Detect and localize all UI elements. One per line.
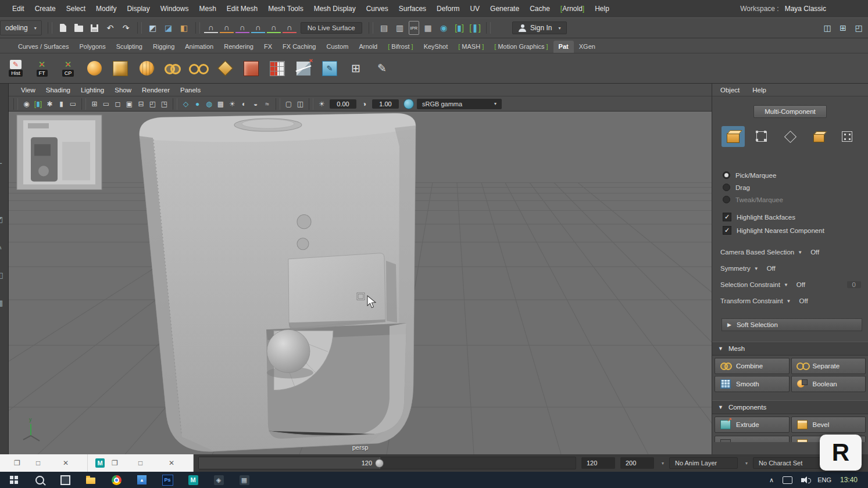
uv-mode-button[interactable] <box>835 126 859 147</box>
platonic-solid-button[interactable] <box>214 56 236 81</box>
viewport-menu-shading[interactable]: Shading <box>41 87 76 94</box>
dropdown-extra-field[interactable]: 0 <box>847 281 861 288</box>
photoshop-app[interactable]: Ps <box>155 472 180 488</box>
range-slider[interactable]: 120 <box>198 457 576 469</box>
textured-mode-icon[interactable]: ▩ <box>215 98 226 109</box>
shelf-ft-button[interactable]: ✕FT <box>31 56 53 81</box>
safe-action-icon[interactable]: ◰ <box>147 98 158 109</box>
chevron-down-icon[interactable]: ▾ <box>662 461 664 466</box>
checkbox-highlight-backfaces[interactable]: ✓Highlight Backfaces <box>712 210 868 224</box>
field-chart-icon[interactable]: ⊟ <box>135 98 147 109</box>
menu-mesh-tools[interactable]: Mesh Tools <box>263 5 308 13</box>
wireframe-mode-icon[interactable]: ◇ <box>180 98 191 109</box>
reference-image-plane[interactable] <box>17 115 102 189</box>
shelf-tab-polygons[interactable]: Polygons <box>74 41 110 53</box>
crease-tool-shelf-button[interactable]: ✎ <box>371 56 393 81</box>
bookmark-view-icon[interactable]: ▮ <box>56 98 67 109</box>
viewport-menu-renderer[interactable]: Renderer <box>137 87 175 94</box>
image-plane-icon[interactable]: ▭ <box>67 98 78 109</box>
menu-cache[interactable]: Cache <box>524 5 555 13</box>
app-restore-button[interactable]: ❐ <box>14 459 20 467</box>
object-mode-button[interactable] <box>721 126 745 147</box>
bevel-button[interactable]: Bevel <box>791 417 866 433</box>
task-view-button[interactable] <box>52 472 78 488</box>
snap-to-grid-icon[interactable]: ∩ <box>204 23 218 33</box>
shelf-tab-arnold[interactable]: Arnold <box>353 41 383 53</box>
combine-button[interactable]: Combine <box>715 358 790 374</box>
taskbar-clock[interactable]: 13:40 <box>840 476 858 484</box>
smooth-shelf-button[interactable] <box>266 56 288 81</box>
radio-pick-marquee[interactable]: Pick/Marquee <box>712 169 868 181</box>
anim-layer-dropdown[interactable]: No Anim Layer <box>669 457 738 469</box>
section-header-mesh[interactable]: ▼Mesh <box>712 342 868 356</box>
search-button[interactable] <box>27 472 52 488</box>
edge-mode-button[interactable] <box>778 126 802 147</box>
fill-hole-shelf-button[interactable]: ⊞ <box>345 56 367 81</box>
panel-menu-object[interactable]: Object <box>720 87 740 94</box>
screen-space-ao-icon[interactable]: ◒ <box>250 98 261 109</box>
shelf-tab-animation[interactable]: Animation <box>180 41 219 53</box>
menu-create[interactable]: Create <box>30 5 61 13</box>
gamma-field[interactable]: 1.00 <box>372 99 399 109</box>
select-by-object-icon[interactable]: ◪ <box>162 21 176 35</box>
shelf-tab-sculpting[interactable]: Sculpting <box>111 41 148 53</box>
dropdown-selection-constraint[interactable]: Selection Constraint▼Off0 <box>712 277 868 293</box>
menu-edit[interactable]: Edit <box>7 5 30 13</box>
snap-to-curve-icon[interactable]: ∩ <box>220 23 234 33</box>
range-end-field[interactable]: 200 <box>620 457 654 469</box>
soft-selection-section-header[interactable]: ▶ Soft Selection <box>721 318 862 331</box>
snap-to-projected-center-icon[interactable]: ∩ <box>251 23 265 33</box>
use-all-lights-icon[interactable]: ☀ <box>227 98 238 109</box>
radio-drag[interactable]: Drag <box>712 181 868 193</box>
range-start-field[interactable]: 120 <box>581 457 615 469</box>
snap-to-view-plane-icon[interactable]: ∩ <box>267 23 281 33</box>
app-maximize-button[interactable]: □ <box>138 459 142 467</box>
gamma-icon[interactable]: ◑ <box>359 98 370 109</box>
fast-interaction-icon[interactable]: [▮] <box>452 21 466 35</box>
multi-component-button[interactable]: Multi-Component <box>753 105 827 118</box>
menu-modify[interactable]: Modify <box>91 5 122 13</box>
separate-shelf-button[interactable] <box>188 56 210 81</box>
snap-to-point-icon[interactable]: ∩ <box>235 23 249 33</box>
grid-display-icon[interactable]: ⊞ <box>89 98 100 109</box>
render-settings-icon[interactable]: ▦ <box>421 21 435 35</box>
undo-icon[interactable]: ↶ <box>103 21 117 35</box>
camera-attributes-icon[interactable]: ✱ <box>44 98 55 109</box>
maya-app[interactable]: M <box>180 472 206 488</box>
panel-menu-help[interactable]: Help <box>752 87 766 94</box>
menu-help[interactable]: Help <box>590 5 615 13</box>
range-bar[interactable]: 120 <box>199 457 380 469</box>
viewport-menu-show[interactable]: Show <box>109 87 137 94</box>
menu-surfaces[interactable]: Surfaces <box>394 5 431 13</box>
boolean-button[interactable]: Boolean <box>791 376 866 392</box>
shelf-tab-curves-surfaces[interactable]: Curves / Surfaces <box>13 41 74 53</box>
render-current-frame-icon[interactable]: ▥ <box>393 21 407 35</box>
app-gray-2[interactable]: ▦ <box>231 472 257 488</box>
chrome-browser[interactable] <box>103 472 129 488</box>
make-object-live-icon[interactable]: ∩ <box>283 23 297 33</box>
select-by-hierarchy-icon[interactable]: ◩ <box>146 21 160 35</box>
shelf-tab-pat[interactable]: Pat <box>553 41 574 53</box>
radio-tweak-marquee[interactable]: Tweak/Marquee <box>712 193 868 206</box>
exposure-icon[interactable]: ☀ <box>316 98 327 109</box>
film-gate-icon[interactable]: ▭ <box>101 98 112 109</box>
resolution-gate-icon[interactable]: ◻ <box>112 98 123 109</box>
menu-generate[interactable]: Generate <box>485 5 524 13</box>
wireframe-on-shaded-icon[interactable]: ◍ <box>203 98 215 109</box>
shelf-tab-rendering[interactable]: Rendering <box>219 41 259 53</box>
viewport-canvas[interactable]: y persp <box>9 112 712 454</box>
extrude-shelf-button[interactable] <box>240 56 262 81</box>
language-indicator[interactable]: ENG <box>817 476 831 483</box>
app-restore-button[interactable]: ❐ <box>112 459 118 467</box>
file-explorer[interactable] <box>78 472 103 488</box>
color-management-icon[interactable] <box>403 99 414 109</box>
poly-cylinder-button[interactable] <box>135 56 158 81</box>
character-set-dropdown[interactable]: No Charact Set <box>753 457 821 469</box>
smooth-button[interactable]: Smooth <box>715 376 790 392</box>
open-scene-icon[interactable] <box>72 21 86 35</box>
partial-button[interactable] <box>715 436 790 442</box>
section-header-components[interactable]: ▼Components <box>712 400 868 414</box>
range-handle[interactable] <box>375 459 384 468</box>
multi-cut-shelf-button[interactable] <box>292 56 315 81</box>
menu-display[interactable]: Display <box>122 5 155 13</box>
